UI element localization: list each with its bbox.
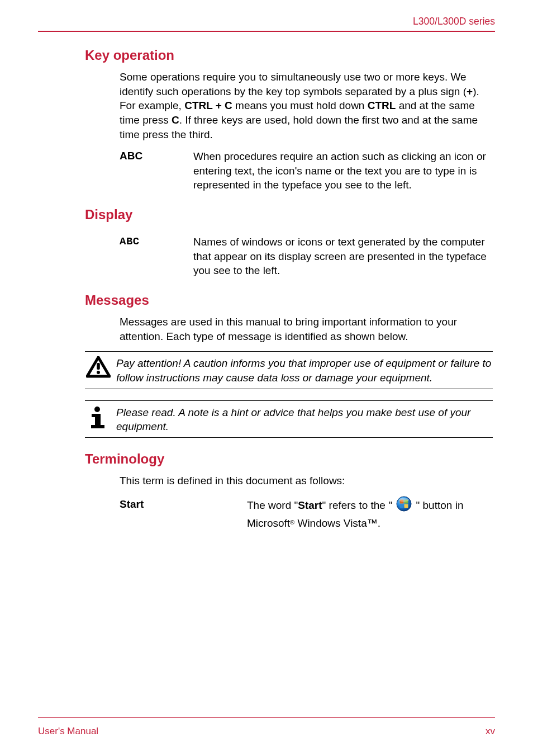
display-abc-row: ABC Names of windows or icons or text ge…: [120, 235, 493, 278]
svg-rect-11: [404, 504, 408, 508]
footer-left: User's Manual: [38, 726, 98, 737]
footer-page-number: xv: [486, 726, 495, 737]
heading-key-operation: Key operation: [85, 48, 495, 63]
start-bold: Start: [298, 499, 322, 511]
info-icon: [85, 404, 116, 430]
heading-messages: Messages: [85, 292, 495, 308]
svg-point-2: [97, 371, 100, 374]
caution-text: Pay attention! A caution informs you tha…: [116, 355, 493, 385]
text-fragment: Some operations require you to simultane…: [120, 71, 467, 97]
abc-desc: Names of windows or icons or text genera…: [193, 235, 493, 278]
svg-rect-10: [400, 504, 404, 508]
caution-callout: Pay attention! A caution informs you tha…: [85, 351, 493, 389]
heading-terminology: Terminology: [85, 451, 495, 467]
heading-display: Display: [85, 207, 495, 223]
footer-divider: [38, 717, 495, 718]
svg-rect-5: [95, 414, 101, 426]
start-desc: The word "Start" refers to the " " butto…: [247, 496, 493, 531]
page-footer: User's Manual xv: [38, 717, 495, 737]
messages-paragraph: Messages are used in this manual to brin…: [120, 315, 493, 343]
caution-icon: [85, 355, 116, 379]
text-fragment: Windows Vista™.: [294, 517, 380, 529]
key-operation-abc-row: ABC When procedures require an action su…: [120, 149, 493, 192]
windows-start-orb-icon: [396, 496, 412, 516]
note-text: Please read. A note is a hint or advice …: [116, 404, 493, 434]
terminology-start-row: Start The word "Start" refers to the " "…: [120, 496, 493, 531]
text-fragment: The word ": [247, 499, 298, 511]
abc-term-mono: ABC: [120, 235, 193, 278]
note-callout: Please read. A note is a hint or advice …: [85, 400, 493, 438]
key-operation-paragraph: Some operations require you to simultane…: [120, 70, 493, 141]
text-bold-ctrl: CTRL: [368, 100, 396, 111]
callout-divider: [85, 437, 493, 438]
header-series-text: L300/L300D series: [38, 16, 495, 27]
text-bold-c: C: [172, 114, 179, 126]
text-bold-ctrlc: CTRL + C: [184, 100, 232, 111]
callout-divider: [85, 389, 493, 389]
terminology-intro: This term is defined in this document as…: [120, 474, 493, 488]
svg-rect-1: [97, 363, 100, 370]
text-bold-plus: +: [467, 86, 473, 97]
text-fragment: " refers to the ": [322, 499, 396, 511]
svg-point-12: [399, 498, 409, 502]
registered-symbol: ®: [290, 519, 294, 526]
svg-rect-6: [91, 425, 104, 428]
abc-desc: When procedures require an action such a…: [193, 149, 493, 192]
text-fragment: means you must hold down: [232, 100, 368, 111]
svg-point-3: [94, 407, 100, 412]
header-divider: [38, 31, 495, 32]
abc-term-bold: ABC: [120, 149, 193, 192]
start-term: Start: [120, 496, 247, 531]
